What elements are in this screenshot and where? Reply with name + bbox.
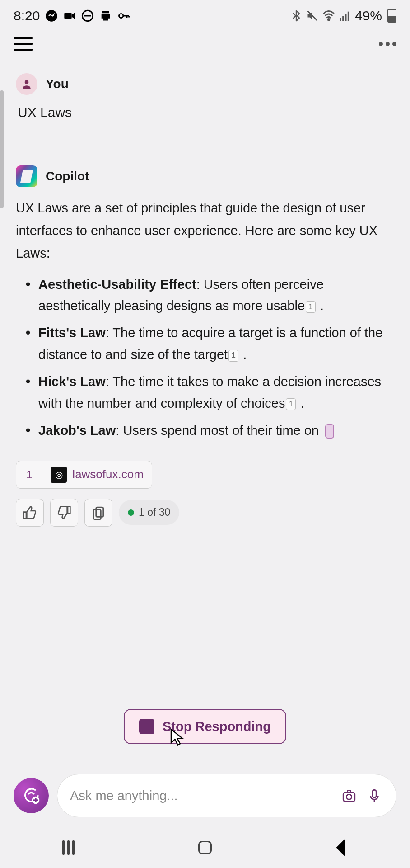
law-list: Aesthetic-Usability Effect: Users often …: [16, 274, 394, 442]
typing-cursor-icon: [325, 424, 334, 439]
message-input[interactable]: [70, 788, 333, 803]
citation-badge[interactable]: 1: [228, 350, 238, 362]
new-topic-button[interactable]: [14, 778, 49, 813]
law-title: Fitts's Law: [38, 326, 106, 340]
thumbs-up-button[interactable]: [16, 499, 44, 527]
chat-pane: You UX Laws Copilot UX Laws are a set of…: [0, 60, 410, 540]
list-item: Fitts's Law: The time to acquire a targe…: [16, 322, 394, 366]
input-pill[interactable]: [57, 774, 396, 817]
svg-point-9: [328, 19, 330, 20]
user-message-header: You: [16, 73, 394, 95]
counter-text: 1 of 30: [139, 506, 170, 519]
source-url: lawsofux.com: [72, 467, 144, 481]
list-item: Jakob's Law: Users spend most of their t…: [16, 420, 394, 442]
law-title: Hick's Law: [38, 374, 106, 389]
user-avatar-icon: [16, 73, 37, 95]
mouse-cursor-icon: [169, 728, 187, 748]
law-trail: .: [317, 298, 324, 313]
system-nav-bar: [0, 827, 410, 868]
status-left: 8:20: [14, 8, 130, 24]
assistant-message-header: Copilot: [16, 165, 394, 187]
law-trail: .: [297, 396, 304, 410]
battery-pct: 49%: [355, 8, 382, 24]
nav-home-button[interactable]: [191, 839, 219, 857]
svg-point-21: [346, 794, 351, 799]
law-title: Aesthetic-Usability Effect: [38, 277, 196, 292]
signal-icon: [339, 9, 351, 22]
mic-button[interactable]: [365, 787, 383, 805]
svg-rect-1: [65, 13, 72, 19]
bluetooth-icon: [290, 9, 303, 22]
dnd-icon: [81, 9, 94, 22]
svg-rect-22: [373, 790, 377, 797]
feedback-row: 1 of 30: [16, 499, 394, 527]
status-dot-icon: [128, 509, 134, 516]
source-chip[interactable]: 1 ◎ lawsofux.com: [16, 461, 152, 489]
law-title: Jakob's Law: [38, 423, 116, 438]
copy-button[interactable]: [84, 499, 112, 527]
status-time: 8:20: [14, 8, 40, 24]
app-bar: [0, 28, 410, 60]
wifi-icon: [322, 9, 335, 22]
nav-recents-button[interactable]: [55, 839, 82, 857]
svg-rect-16: [93, 509, 101, 519]
citation-badge[interactable]: 1: [306, 301, 316, 313]
list-item: Aesthetic-Usability Effect: Users often …: [16, 274, 394, 317]
law-trail: .: [239, 347, 247, 362]
scroll-indicator[interactable]: [0, 90, 4, 208]
law-desc: : Users spend most of their time on: [116, 423, 322, 438]
stop-icon: [139, 719, 154, 734]
source-number: 1: [16, 461, 42, 488]
messenger-icon: [45, 9, 58, 22]
user-message-text: UX Laws: [18, 105, 394, 120]
source-body: ◎ lawsofux.com: [42, 462, 152, 487]
assistant-intro-text: UX Laws are a set of principles that gui…: [16, 197, 394, 265]
menu-button[interactable]: [14, 37, 33, 51]
list-item: Hick's Law: The time it takes to make a …: [16, 371, 394, 415]
battery-icon: [387, 9, 396, 23]
response-counter: 1 of 30: [119, 500, 179, 525]
status-bar: 8:20 49%: [0, 0, 410, 28]
mute-icon: [306, 9, 319, 22]
svg-rect-13: [348, 12, 349, 21]
svg-point-14: [25, 80, 29, 84]
assistant-sender-label: Copilot: [46, 169, 89, 184]
status-right: 49%: [290, 8, 396, 24]
citation-badge[interactable]: 1: [286, 398, 296, 410]
camera-button[interactable]: [340, 787, 358, 805]
vpn-key-icon: [117, 9, 130, 22]
nav-back-button[interactable]: [328, 839, 355, 857]
print-icon: [99, 9, 112, 22]
thumbs-down-button[interactable]: [50, 499, 78, 527]
copilot-logo-icon: [16, 165, 37, 187]
svg-rect-11: [342, 16, 344, 21]
stop-responding-button[interactable]: Stop Responding: [124, 709, 286, 744]
video-icon: [63, 9, 76, 22]
svg-rect-15: [96, 507, 103, 517]
svg-rect-10: [340, 18, 341, 21]
svg-rect-12: [345, 14, 347, 21]
input-row: [14, 774, 396, 817]
user-sender-label: You: [46, 77, 69, 91]
svg-point-4: [119, 14, 123, 18]
more-options-button[interactable]: [379, 42, 396, 46]
source-favicon-icon: ◎: [51, 467, 67, 483]
svg-point-0: [46, 10, 58, 22]
